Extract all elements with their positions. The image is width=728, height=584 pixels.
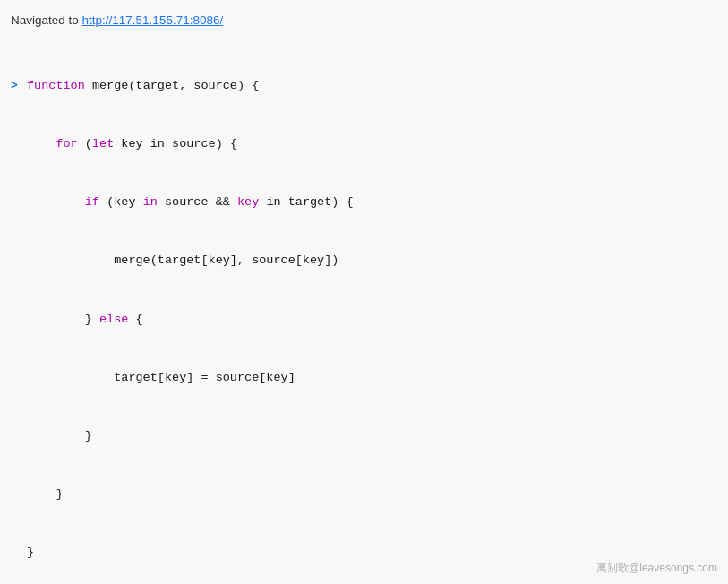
code-text: target[key] = source[key] [27,368,717,388]
prompt-arrow: > [11,76,27,96]
code-line-6: target[key] = source[key] [11,368,717,388]
watermark: 离别歌@leavesongs.com [596,560,717,577]
code-line-4: merge(target[key], source[key]) [11,251,717,271]
code-text: } [27,426,717,446]
code-line-5: } else { [11,310,717,330]
code-text: merge(target[key], source[key]) [27,251,717,271]
code-line-7: } [11,426,717,446]
console-panel: Navigated to http://117.51.155.71:8086/ … [0,0,728,584]
code-text: } else { [27,310,717,330]
nav-prefix: Navigated to [11,13,82,27]
code-text: } [27,485,717,504]
code-text: for (let key in source) { [27,134,717,154]
code-line-2: for (let key in source) { [11,134,717,154]
nav-line: Navigated to http://117.51.155.71:8086/ [0,7,728,36]
code-line-3: if (key in source && key in target) { [11,193,717,212]
code-line-8: } [11,485,717,504]
function-block: > function merge(target, source) { for (… [0,36,728,584]
code-text: function merge(target, source) { [27,76,717,96]
nav-url[interactable]: http://117.51.155.71:8086/ [82,13,224,27]
code-line-1: > function merge(target, source) { [11,76,717,96]
code-text: if (key in source && key in target) { [27,193,717,212]
